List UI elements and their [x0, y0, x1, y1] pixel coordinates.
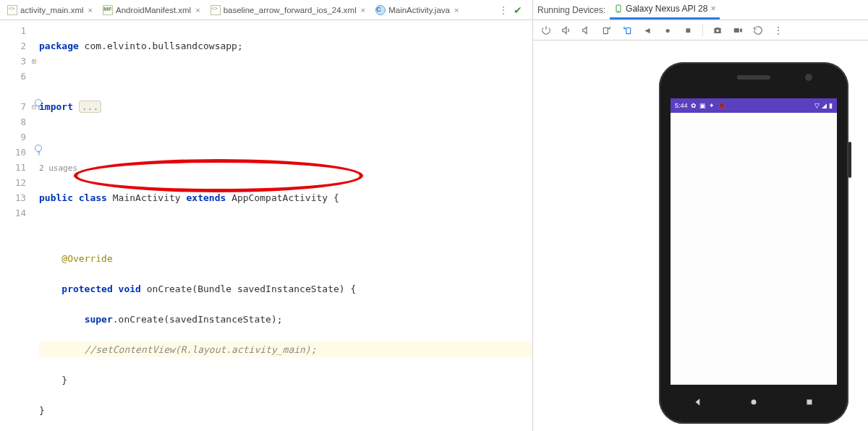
close-icon[interactable]: ×	[710, 4, 715, 14]
manifest-file-icon: MF	[103, 5, 113, 15]
android-mini-icon: 🐞	[718, 102, 726, 109]
device-stage: 5:44 ✿ ▣ ✦ 🐞 ▽ ◢ ▮	[533, 40, 868, 431]
editor-pane: activity_main.xml × MF AndroidManifest.x…	[0, 0, 533, 431]
tab-baseline-arrow[interactable]: baseline_arrow_forward_ios_24.xml ×	[206, 0, 372, 20]
code-area[interactable]: 1 2 3 6 7 8 9 10 11 12 13 14 ⊞ ⊟ package…	[0, 20, 532, 431]
fold-toggle-icon[interactable]: ⊞	[29, 54, 39, 69]
usb-mini-icon: ✦	[709, 102, 715, 109]
settings-mini-icon: ✿	[691, 102, 697, 109]
svg-rect-11	[807, 400, 812, 405]
volume-up-icon[interactable]	[561, 25, 572, 36]
svg-rect-7	[734, 28, 739, 33]
more-icon[interactable]: ⋮	[773, 25, 784, 36]
devices-title: Running Devices:	[537, 5, 605, 15]
clock: 5:44	[675, 102, 688, 109]
close-icon[interactable]: ×	[87, 6, 94, 14]
svg-marker-2	[563, 27, 566, 33]
xml-file-icon	[7, 5, 17, 15]
svg-rect-4	[603, 27, 608, 33]
close-icon[interactable]: ×	[359, 6, 367, 14]
power-icon[interactable]	[540, 25, 552, 36]
close-icon[interactable]: ×	[453, 6, 460, 14]
status-bar: 5:44 ✿ ▣ ✦ 🐞 ▽ ◢ ▮	[671, 98, 837, 113]
fold-gutter[interactable]: ⊞ ⊟	[29, 20, 39, 431]
device-toolbar: ◄ ● ■ ⋮	[533, 20, 868, 40]
svg-marker-8	[740, 28, 742, 33]
java-file-icon: C	[375, 5, 386, 15]
home-icon[interactable]: ●	[662, 25, 673, 36]
phone-icon	[614, 4, 623, 13]
tab-label: activity_main.xml	[20, 6, 84, 14]
bug-mini-icon: ▣	[699, 102, 706, 109]
back-icon[interactable]: ◄	[642, 25, 653, 36]
device-screen[interactable]: 5:44 ✿ ▣ ✦ 🐞 ▽ ◢ ▮	[671, 98, 837, 385]
svg-point-6	[716, 29, 719, 32]
screenshot-icon[interactable]	[712, 25, 723, 36]
earpiece	[737, 75, 770, 80]
nav-back-icon[interactable]	[693, 397, 703, 407]
side-button	[848, 142, 851, 178]
svg-rect-5	[626, 27, 631, 33]
svg-point-10	[751, 400, 756, 405]
no-problems-icon[interactable]: ✔	[514, 4, 529, 16]
svg-marker-3	[583, 27, 587, 33]
device-tab-label: Galaxy Nexus API 28	[626, 4, 707, 14]
line-gutter: 1 2 3 6 7 8 9 10 11 12 13 14	[0, 20, 29, 431]
rotate-left-icon[interactable]	[601, 25, 613, 36]
reset-icon[interactable]	[752, 25, 764, 36]
device-tab-galaxy-nexus[interactable]: Galaxy Nexus API 28 ×	[610, 0, 720, 20]
folded-region[interactable]: ...	[79, 101, 101, 113]
signal-icon: ▽	[814, 102, 820, 109]
tab-activity-main[interactable]: activity_main.xml ×	[3, 0, 98, 20]
svg-marker-9	[696, 398, 700, 405]
tab-main-activity[interactable]: C MainActivity.java ×	[371, 0, 464, 20]
record-icon[interactable]	[732, 25, 744, 36]
tab-android-manifest[interactable]: MF AndroidManifest.xml ×	[98, 0, 206, 20]
device-frame: 5:44 ✿ ▣ ✦ 🐞 ▽ ◢ ▮	[659, 62, 848, 424]
rotate-right-icon[interactable]	[621, 25, 633, 36]
code-text[interactable]: package com.elvinto.bullsandcowsapp; imp…	[39, 20, 532, 431]
tab-label: AndroidManifest.xml	[116, 6, 191, 14]
nav-overview-icon[interactable]	[804, 397, 814, 407]
wifi-icon: ◢	[822, 102, 827, 109]
device-nav-bar	[671, 392, 837, 412]
running-devices-panel: Running Devices: Galaxy Nexus API 28 × ◄…	[533, 0, 868, 431]
editor-tabs: activity_main.xml × MF AndroidManifest.x…	[0, 0, 532, 20]
battery-icon: ▮	[829, 102, 833, 109]
volume-down-icon[interactable]	[581, 25, 592, 36]
tab-label: MainActivity.java	[388, 6, 450, 14]
devices-tab-bar: Running Devices: Galaxy Nexus API 28 ×	[533, 0, 868, 20]
nav-home-icon[interactable]	[749, 397, 759, 407]
front-camera	[805, 74, 812, 81]
xml-file-icon	[210, 5, 221, 15]
more-tabs-icon[interactable]: ⋮	[493, 5, 514, 15]
close-icon[interactable]: ×	[194, 6, 201, 14]
usages-hint[interactable]: 2 usages	[39, 163, 77, 173]
overview-icon[interactable]: ■	[682, 25, 694, 36]
tab-label: baseline_arrow_forward_ios_24.xml	[224, 6, 357, 14]
